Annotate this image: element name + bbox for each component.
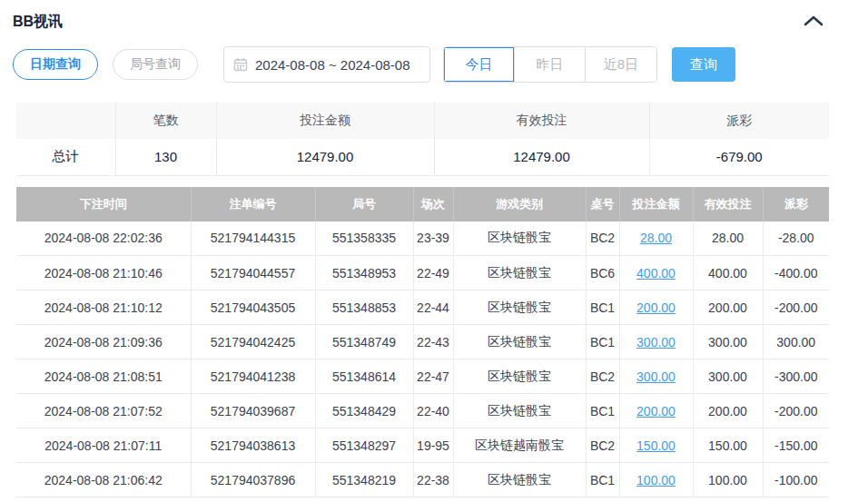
bet-amount-link[interactable]: 300.00 — [636, 369, 676, 384]
col-header-bet-amount: 投注金额 — [619, 187, 693, 221]
cell-bet-time: 2024-08-08 21:06:42 — [16, 463, 191, 497]
cell-game-type: 区块链骰宝 — [453, 359, 586, 394]
cell-valid-bet: 28.00 — [693, 221, 763, 256]
tab-round-query[interactable]: 局号查询 — [113, 49, 198, 80]
summary-header-row: 笔数 投注金额 有效投注 派彩 — [16, 103, 829, 139]
cell-bet-amount: 200.00 — [619, 394, 693, 428]
cell-bet-amount: 100.00 — [619, 463, 693, 497]
cell-bet-amount: 300.00 — [619, 325, 693, 359]
cell-valid-bet: 150.00 — [693, 428, 763, 463]
table-row: 2024-08-08 21:09:36521794042425551348749… — [16, 325, 829, 359]
cell-payout: -400.00 — [763, 256, 829, 290]
cell-valid-bet: 100.00 — [693, 463, 763, 497]
cell-bet-time: 2024-08-08 21:07:52 — [16, 394, 191, 428]
col-header-valid-bet: 有效投注 — [693, 187, 763, 221]
summary-header-valid-bet: 有效投注 — [434, 103, 649, 139]
cell-table-id: BC1 — [586, 463, 619, 497]
cell-round-id: 551348749 — [315, 325, 413, 359]
calendar-icon — [233, 57, 248, 72]
cell-order-id: 521794038613 — [191, 428, 315, 463]
summary-header-count: 笔数 — [115, 103, 216, 139]
bet-amount-link[interactable]: 300.00 — [636, 335, 676, 349]
table-row: 2024-08-08 21:06:42521794037896551348219… — [16, 463, 829, 497]
chevron-up-icon[interactable] — [803, 14, 824, 31]
bet-amount-link[interactable]: 200.00 — [636, 300, 676, 315]
table-row: 2024-08-08 21:07:11521794038613551348297… — [16, 428, 829, 463]
summary-total-row: 总计 130 12479.00 12479.00 -679.00 — [16, 139, 829, 175]
date-range-picker[interactable]: 2024-08-08 ~ 2024-08-08 — [223, 46, 430, 83]
cell-bet-time: 2024-08-08 21:09:36 — [16, 325, 191, 359]
col-header-bet-time: 下注时间 — [16, 187, 191, 221]
cell-table-id: BC2 — [586, 359, 619, 394]
filter-bar: 日期查询 局号查询 2024-08-08 ~ 2024-08-08 今日 昨日 … — [0, 37, 868, 84]
cell-bet-time: 2024-08-08 21:08:51 — [16, 359, 191, 394]
cell-valid-bet: 200.00 — [693, 290, 763, 325]
summary-total-label: 总计 — [16, 139, 115, 175]
cell-game-type: 区块链骰宝 — [453, 256, 586, 290]
cell-round-id: 551348219 — [315, 463, 413, 497]
cell-game-type: 区块链骰宝 — [453, 221, 586, 256]
cell-bet-amount: 400.00 — [619, 256, 693, 290]
cell-round-id: 551358335 — [315, 221, 413, 256]
cell-bet-amount: 300.00 — [619, 359, 693, 394]
summary-total-valid-bet: 12479.00 — [434, 139, 649, 175]
tab-date-query[interactable]: 日期查询 — [13, 49, 98, 80]
cell-payout: -100.00 — [763, 463, 829, 497]
cell-valid-bet: 400.00 — [693, 256, 763, 290]
cell-bet-time: 2024-08-08 22:02:36 — [16, 221, 191, 256]
summary-total-count: 130 — [115, 139, 216, 175]
cell-order-id: 521794043505 — [191, 290, 315, 325]
cell-game-type: 区块链骰宝 — [453, 325, 586, 359]
cell-payout: -28.00 — [763, 221, 829, 256]
cell-valid-bet: 300.00 — [693, 359, 763, 394]
cell-session: 22-49 — [413, 256, 453, 290]
col-header-order-id: 注单编号 — [191, 187, 315, 221]
cell-table-id: BC1 — [586, 325, 619, 359]
cell-round-id: 551348853 — [315, 290, 413, 325]
date-range-value: 2024-08-08 ~ 2024-08-08 — [255, 57, 410, 73]
cell-session: 22-43 — [413, 325, 453, 359]
page-title: BB视讯 — [13, 13, 63, 32]
bet-amount-link[interactable]: 100.00 — [636, 473, 676, 487]
quick-btn-today[interactable]: 今日 — [444, 47, 515, 82]
cell-session: 22-38 — [413, 463, 453, 497]
col-header-payout: 派彩 — [763, 187, 829, 221]
bet-amount-link[interactable]: 28.00 — [640, 231, 672, 245]
cell-valid-bet: 300.00 — [693, 325, 763, 359]
col-header-game-type: 游戏类别 — [453, 187, 586, 221]
cell-session: 19-95 — [413, 428, 453, 463]
table-row: 2024-08-08 22:02:36521794144315551358335… — [16, 221, 829, 256]
summary-header-payout: 派彩 — [649, 103, 829, 139]
quick-btn-last8days[interactable]: 近8日 — [586, 47, 656, 82]
cell-payout: 300.00 — [763, 325, 829, 359]
bet-amount-link[interactable]: 400.00 — [636, 266, 676, 281]
bb-video-panel: BB视讯 日期查询 局号查询 2024-08-08 ~ 2024-08-08 — [0, 0, 868, 502]
cell-session: 22-44 — [413, 290, 453, 325]
quick-date-group: 今日 昨日 近8日 — [443, 46, 657, 83]
cell-bet-amount: 150.00 — [619, 428, 693, 463]
col-header-session: 场次 — [413, 187, 453, 221]
bet-amount-link[interactable]: 150.00 — [636, 438, 676, 453]
cell-bet-time: 2024-08-08 21:10:12 — [16, 290, 191, 325]
cell-table-id: BC2 — [586, 221, 619, 256]
search-button[interactable]: 查询 — [672, 47, 735, 82]
cell-session: 23-39 — [413, 221, 453, 256]
col-header-round-id: 局号 — [315, 187, 413, 221]
cell-table-id: BC1 — [586, 290, 619, 325]
cell-round-id: 551348429 — [315, 394, 413, 428]
summary-table: 笔数 投注金额 有效投注 派彩 总计 130 12479.00 12479.00… — [16, 103, 829, 176]
cell-payout: -150.00 — [763, 428, 829, 463]
summary-total-bet-amount: 12479.00 — [216, 139, 434, 175]
panel-header: BB视讯 — [0, 0, 868, 37]
cell-valid-bet: 200.00 — [693, 394, 763, 428]
cell-game-type: 区块链骰宝 — [453, 463, 586, 497]
quick-btn-yesterday[interactable]: 昨日 — [515, 47, 586, 82]
cell-order-id: 521794042425 — [191, 325, 315, 359]
table-row: 2024-08-08 21:10:12521794043505551348853… — [16, 290, 829, 325]
cell-bet-time: 2024-08-08 21:10:46 — [16, 256, 191, 290]
cell-order-id: 521794039687 — [191, 394, 315, 428]
cell-order-id: 521794044557 — [191, 256, 315, 290]
table-row: 2024-08-08 21:10:46521794044557551348953… — [16, 256, 829, 290]
table-row: 2024-08-08 21:07:52521794039687551348429… — [16, 394, 829, 428]
bet-amount-link[interactable]: 200.00 — [636, 404, 676, 418]
